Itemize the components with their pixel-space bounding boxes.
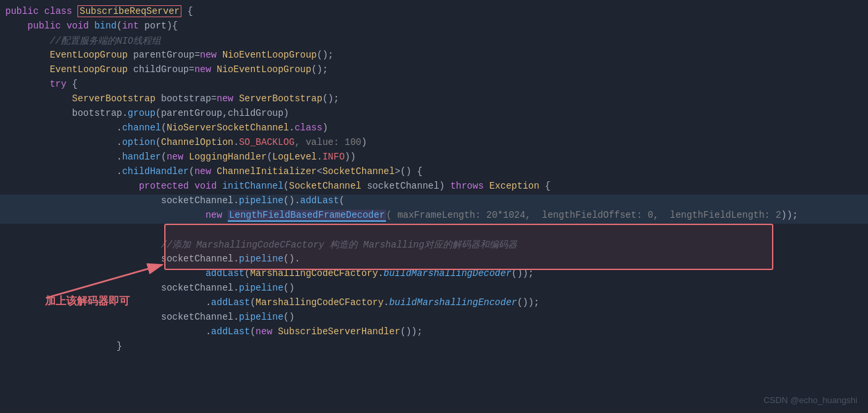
code-line: .channel(NioServerSocketChannel.class) (0, 122, 868, 136)
token-class-name: SubscribeServerHandler (278, 326, 401, 337)
token-highlight-class: SubscribeReqServer (77, 5, 181, 17)
token-plain: . (289, 122, 295, 133)
token-plain: . (5, 326, 211, 337)
code-line: bootstrap.group(parentGroup,childGroup) (0, 107, 868, 122)
token-plain: ( (189, 166, 194, 177)
token-plain: ) (322, 122, 328, 133)
line-content: try { (0, 79, 868, 89)
token-throws-kw: throws (450, 181, 483, 191)
token-plain: socketChannel. (5, 195, 239, 206)
token-kw: new (205, 210, 222, 220)
token-kw: void (66, 21, 89, 31)
token-kw: new (167, 152, 183, 162)
token-plain (5, 93, 72, 104)
token-plain: . (383, 297, 389, 308)
line-content: protected void initChannel(SocketChannel… (0, 181, 868, 191)
token-plain: () (283, 312, 295, 322)
token-plain: . (5, 122, 122, 133)
token-plain: . (5, 297, 211, 308)
token-plain: (parentGroup,childGroup) (156, 108, 289, 118)
token-plain: ( (283, 181, 289, 191)
token-plain (5, 79, 50, 89)
token-plain: . (5, 166, 122, 177)
token-plain: (). (283, 253, 300, 264)
token-method: addLast (300, 195, 339, 206)
token-kw: protected (139, 181, 189, 191)
token-kw: new (195, 166, 211, 177)
code-line: new LengthFieldBasedFrameDecoder( maxFra… (0, 209, 868, 224)
token-plain: ()); (517, 297, 540, 308)
line-content: .addLast(new SubscribeServerHandler()); (0, 326, 868, 337)
token-plain: >() { (395, 166, 422, 177)
code-line (0, 224, 868, 238)
token-plain: ( (250, 297, 256, 308)
token-plain (5, 181, 139, 191)
line-content: ServerBootstrap bootstrap=new ServerBoot… (0, 93, 868, 104)
token-kw: public (5, 6, 38, 17)
token-plain: )) (345, 152, 356, 162)
token-comment: //配置服务端的NIO线程组 (50, 36, 161, 46)
token-plain (217, 181, 222, 191)
token-method: pipeline (239, 195, 283, 206)
line-content: addLast(MarshallingCodeCFactory.buildMar… (0, 268, 868, 279)
code-line: EventLoopGroup childGroup=new NioEventLo… (0, 64, 868, 78)
token-class-name: MarshallingCodeCFactory (250, 268, 378, 279)
code-line: .childHandler(new ChannelInitializer<Soc… (0, 165, 868, 180)
code-lines: public class SubscribeReqServer { public… (0, 5, 868, 355)
token-plain (484, 181, 489, 191)
token-class-name: LoggingHandler (189, 152, 267, 162)
watermark: CSDN @echo_huangshi (763, 395, 857, 405)
token-plain (189, 181, 194, 191)
token-class-name: Exception (489, 181, 540, 191)
token-class-name: NioEventLoopGroup (217, 64, 311, 75)
token-method italic: buildMarshallingEncoder (389, 297, 517, 308)
line-content: public void bind(int port){ (0, 21, 868, 31)
token-kw: new (217, 93, 233, 104)
token-plain: . (5, 137, 122, 148)
token-kw: new (256, 326, 272, 337)
token-method: option (122, 137, 155, 148)
token-method: initChannel (222, 181, 283, 191)
token-class-name: SocketChannel (289, 181, 362, 191)
token-plain: (). (283, 195, 300, 206)
token-plain: . (233, 137, 238, 148)
line-content: EventLoopGroup parentGroup=new NioEventL… (0, 50, 868, 60)
token-plain: bootstrap. (5, 108, 128, 118)
line-content: EventLoopGroup childGroup=new NioEventLo… (0, 64, 868, 75)
code-line: public void bind(int port){ (0, 20, 868, 34)
code-container: public class SubscribeReqServer { public… (0, 0, 868, 413)
token-kw: new (200, 50, 217, 60)
token-plain: parentGroup= (128, 50, 200, 60)
token-plain: socketChannel. (5, 283, 239, 293)
code-line: socketChannel.pipeline() (0, 311, 868, 326)
line-content: socketChannel.pipeline(). (0, 253, 868, 264)
token-class-name: LogLevel (272, 152, 316, 162)
code-line: //添加 MarshallingCodeCFactory 构造的 Marshal… (0, 238, 868, 253)
token-class-name: ServerBootstrap (72, 93, 156, 104)
token-hint-param: , value: 100 (295, 137, 362, 148)
token-plain (5, 36, 50, 46)
token-plain: (); (322, 93, 339, 104)
token-plain (5, 64, 50, 75)
line-content: new LengthFieldBasedFrameDecoder( maxFra… (0, 210, 868, 220)
code-line: ServerBootstrap bootstrap=new ServerBoot… (0, 93, 868, 107)
token-kw: new (195, 64, 211, 75)
token-plain (5, 50, 50, 60)
token-method: pipeline (239, 253, 283, 264)
token-kw: class (295, 122, 322, 133)
line-content: } (0, 341, 868, 351)
token-plain (5, 210, 205, 220)
token-plain (5, 268, 205, 279)
token-plain: bootstrap= (156, 93, 217, 104)
token-plain: (); (317, 50, 334, 60)
code-line: EventLoopGroup parentGroup=new NioEventL… (0, 49, 868, 64)
code-line: //配置服务端的NIO线程组 (0, 34, 868, 49)
token-method: bind (94, 21, 117, 31)
line-content: socketChannel.pipeline() (0, 283, 868, 293)
token-class-name: EventLoopGroup (50, 64, 128, 75)
token-plain: ) (362, 137, 367, 148)
token-plain: ( (339, 195, 344, 206)
token-plain: ( (250, 326, 256, 337)
code-line: .addLast(new SubscribeServerHandler()); (0, 326, 868, 340)
token-method: addLast (205, 268, 244, 279)
